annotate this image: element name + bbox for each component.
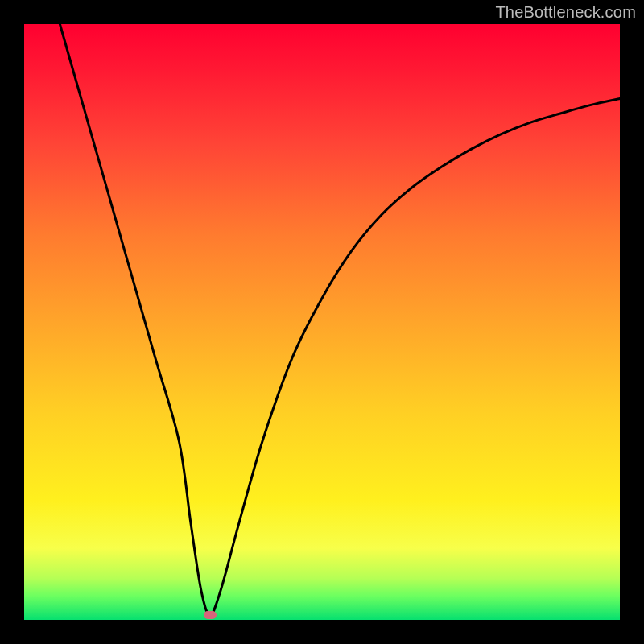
bottleneck-curve xyxy=(60,24,620,615)
chart-stage: TheBottleneck.com xyxy=(0,0,644,644)
plot-area xyxy=(24,24,620,620)
watermark-text: TheBottleneck.com xyxy=(495,3,636,22)
minimum-marker xyxy=(204,611,217,619)
curve-layer xyxy=(24,24,620,620)
